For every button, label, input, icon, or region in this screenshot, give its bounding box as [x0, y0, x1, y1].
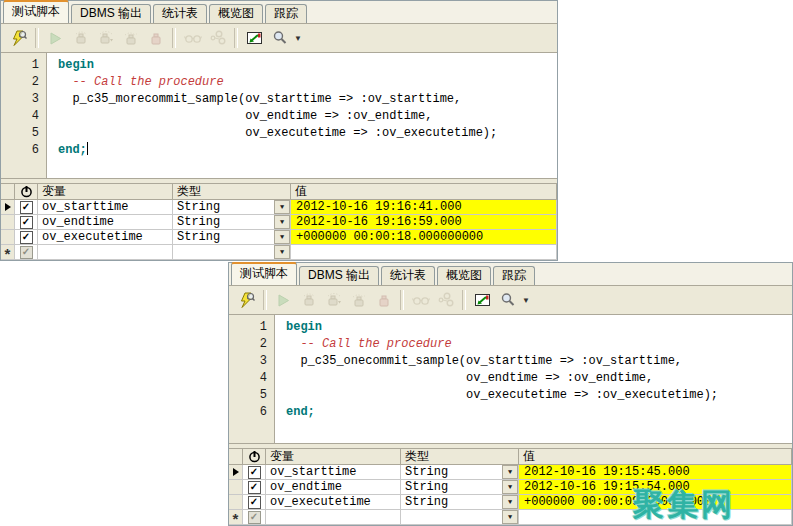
type-dropdown-button[interactable]: ▼ [274, 215, 290, 229]
bind-variables-icon[interactable] [206, 27, 229, 49]
tab-dbms-output[interactable]: DBMS 输出 [299, 266, 379, 285]
variable-name-cell[interactable] [38, 245, 173, 259]
step-into-icon[interactable] [69, 27, 92, 49]
checkbox-icon[interactable]: ✓ [20, 246, 33, 259]
type-cell[interactable]: String▼ [401, 480, 519, 494]
tab-trace[interactable]: 跟踪 [265, 4, 307, 23]
type-dropdown-button[interactable]: ▼ [502, 495, 518, 509]
tab-overview[interactable]: 概览图 [437, 266, 491, 285]
toggle-column-header[interactable] [15, 184, 38, 199]
stop-icon[interactable] [144, 27, 167, 49]
type-cell[interactable]: ▼ [401, 510, 519, 524]
checkbox-icon[interactable]: ✓ [248, 496, 261, 509]
tab-bar: 测试脚本DBMS 输出统计表概览图跟踪 [229, 263, 792, 285]
variable-name-cell[interactable]: ov_endtime [38, 215, 173, 229]
value-column-header[interactable]: 值 [519, 449, 792, 464]
checkbox-cell[interactable]: ✓ [15, 230, 38, 244]
value-cell[interactable]: 2012-10-16 19:15:45.000 [519, 465, 792, 479]
step-over-icon[interactable] [94, 27, 117, 49]
toggle-column-header[interactable] [243, 449, 266, 464]
tab-dbms-output[interactable]: DBMS 输出 [71, 4, 151, 23]
run-icon[interactable] [272, 289, 295, 311]
variable-name-cell[interactable]: ov_executetime [266, 495, 401, 509]
dropdown-caret-icon[interactable]: ▼ [294, 34, 302, 43]
type-cell[interactable]: String▼ [173, 200, 291, 214]
code-area[interactable]: begin -- Call the procedure p_c35_moreco… [47, 53, 557, 178]
value-cell[interactable]: 2012-10-16 19:16:59.000 [291, 215, 557, 229]
checkbox-cell[interactable]: ✓ [15, 245, 38, 259]
sql-editor[interactable]: 123456 begin -- Call the procedure p_c35… [229, 315, 792, 443]
checkbox-cell[interactable]: ✓ [243, 465, 266, 479]
row-selector-cell[interactable] [229, 465, 243, 479]
row-selector-cell[interactable]: * [1, 245, 15, 259]
line-number: 4 [229, 370, 267, 387]
test-script-icon[interactable] [235, 289, 258, 311]
checkbox-cell[interactable]: ✓ [15, 215, 38, 229]
variable-column-header[interactable]: 变量 [38, 184, 173, 199]
tab-statistics[interactable]: 统计表 [153, 4, 207, 23]
watch-icon[interactable] [181, 27, 204, 49]
type-column-header[interactable]: 类型 [401, 449, 519, 464]
variable-name-cell[interactable]: ov_executetime [38, 230, 173, 244]
type-dropdown-button[interactable]: ▼ [502, 510, 518, 524]
row-selector-cell[interactable] [229, 480, 243, 494]
checkbox-icon[interactable]: ✓ [20, 231, 33, 244]
row-selector-cell[interactable] [1, 215, 15, 229]
profiler-icon[interactable] [471, 289, 494, 311]
bind-variables-icon[interactable] [434, 289, 457, 311]
type-cell[interactable]: String▼ [401, 495, 519, 509]
type-cell[interactable]: String▼ [173, 230, 291, 244]
checkbox-icon[interactable]: ✓ [20, 216, 33, 229]
tab-test-script[interactable]: 测试脚本 [3, 0, 69, 23]
type-cell[interactable]: String▼ [401, 465, 519, 479]
checkbox-cell[interactable]: ✓ [243, 480, 266, 494]
checkbox-cell[interactable]: ✓ [243, 510, 266, 524]
search-icon[interactable] [496, 289, 519, 311]
test-script-icon[interactable] [7, 27, 30, 49]
type-dropdown-button[interactable]: ▼ [502, 465, 518, 479]
tab-test-script[interactable]: 测试脚本 [231, 262, 297, 285]
stop-icon[interactable] [372, 289, 395, 311]
row-selector-cell[interactable] [1, 200, 15, 214]
type-column-header[interactable]: 类型 [173, 184, 291, 199]
checkbox-cell[interactable]: ✓ [15, 200, 38, 214]
checkbox-icon[interactable]: ✓ [248, 466, 261, 479]
value-cell[interactable]: 2012-10-16 19:16:41.000 [291, 200, 557, 214]
type-cell[interactable]: String▼ [173, 215, 291, 229]
step-out-icon[interactable] [347, 289, 370, 311]
variable-name-cell[interactable]: ov_endtime [266, 480, 401, 494]
value-cell[interactable] [291, 245, 557, 259]
checkbox-icon[interactable]: ✓ [248, 481, 261, 494]
code-area[interactable]: begin -- Call the procedure p_c35_onecom… [275, 315, 792, 443]
checkbox-icon[interactable]: ✓ [20, 201, 33, 214]
search-icon[interactable] [268, 27, 291, 49]
type-cell[interactable]: ▼ [173, 245, 291, 259]
value-cell[interactable]: +000000 00:00:18.000000000 [291, 230, 557, 244]
type-dropdown-button[interactable]: ▼ [274, 200, 290, 214]
profiler-icon[interactable] [243, 27, 266, 49]
type-dropdown-button[interactable]: ▼ [274, 245, 290, 259]
variable-name-cell[interactable]: ov_starttime [266, 465, 401, 479]
row-selector-cell[interactable]: * [229, 510, 243, 524]
run-icon[interactable] [44, 27, 67, 49]
type-dropdown-button[interactable]: ▼ [502, 480, 518, 494]
variable-name-cell[interactable]: ov_starttime [38, 200, 173, 214]
row-selector-cell[interactable] [229, 495, 243, 509]
step-into-icon[interactable] [297, 289, 320, 311]
tab-overview[interactable]: 概览图 [209, 4, 263, 23]
tab-statistics[interactable]: 统计表 [381, 266, 435, 285]
dropdown-caret-icon[interactable]: ▼ [522, 296, 530, 305]
type-dropdown-button[interactable]: ▼ [274, 230, 290, 244]
variable-column-header[interactable]: 变量 [266, 449, 401, 464]
step-out-icon[interactable] [119, 27, 142, 49]
watch-icon[interactable] [409, 289, 432, 311]
row-selector-cell[interactable] [1, 230, 15, 244]
checkbox-cell[interactable]: ✓ [243, 495, 266, 509]
variable-name-cell[interactable] [266, 510, 401, 524]
tab-trace[interactable]: 跟踪 [493, 266, 535, 285]
sql-editor[interactable]: 123456 begin -- Call the procedure p_c35… [1, 53, 557, 178]
value-column-header[interactable]: 值 [291, 184, 557, 199]
step-over-icon[interactable] [322, 289, 345, 311]
new-row-marker-icon: * [5, 250, 11, 258]
checkbox-icon[interactable]: ✓ [248, 511, 261, 524]
